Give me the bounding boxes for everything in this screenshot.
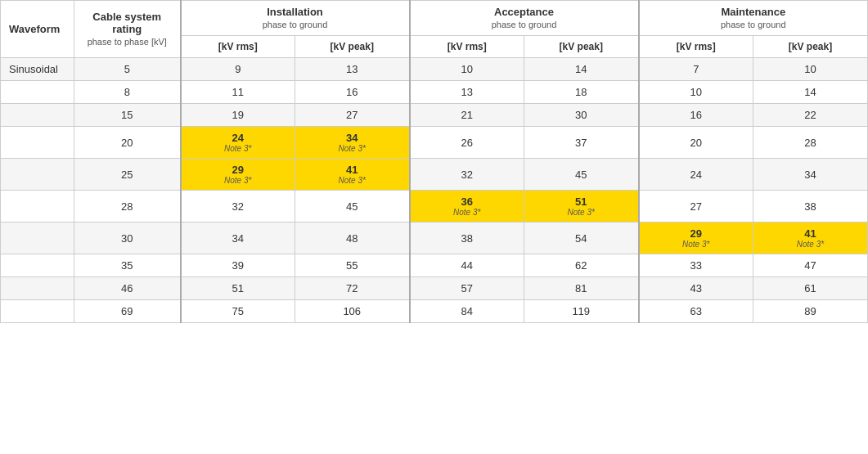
table-cell: 63 [639, 300, 753, 323]
table-cell: 89 [753, 300, 868, 323]
table-cell: 39 [181, 254, 295, 277]
table-cell: 34 [181, 223, 295, 254]
col-header-installation: Installation phase to ground [181, 1, 410, 36]
table-cell: 10 [410, 58, 524, 81]
waveform-cell [1, 104, 74, 127]
table-row: 8111613181014 [1, 81, 868, 104]
cable-rating-label: Cable system rating [92, 11, 161, 35]
installation-sub-label: phase to ground [263, 20, 328, 29]
table-cell: 13 [295, 58, 410, 81]
acceptance-label: Acceptance [494, 6, 554, 18]
table-cell: 32 [181, 191, 295, 223]
table-cell: 19 [181, 104, 295, 127]
maintenance-sub-label: phase to ground [721, 20, 786, 29]
table-row: 28324536Note 3*51Note 3*2738 [1, 191, 868, 223]
waveform-cell [1, 127, 74, 159]
table-row: 46517257814361 [1, 277, 868, 300]
cable-cell: 46 [74, 277, 181, 300]
waveform-cell [1, 223, 74, 254]
table-row: 2024Note 3*34Note 3*26372028 [1, 127, 868, 159]
table-cell: 30 [524, 104, 639, 127]
table-cell: 24Note 3* [181, 127, 295, 159]
table-cell: 106 [295, 300, 410, 323]
table-cell: 55 [295, 254, 410, 277]
maintenance-label: Maintenance [721, 6, 785, 18]
table-cell: 61 [753, 277, 868, 300]
table-cell: 62 [524, 254, 639, 277]
table-cell: 26 [410, 127, 524, 159]
table-cell: 119 [524, 300, 639, 323]
cable-cell: 69 [74, 300, 181, 323]
table-cell: 11 [181, 81, 295, 104]
table-cell: 29Note 3* [181, 159, 295, 191]
cable-rating-sub-label: phase to phase [kV] [88, 37, 167, 47]
acceptance-sub-label: phase to ground [492, 20, 557, 29]
table-cell: 38 [410, 223, 524, 254]
table-cell: 37 [524, 127, 639, 159]
inst-peak-header: [kV peak] [295, 36, 410, 58]
installation-label: Installation [267, 6, 323, 18]
col-header-cable: Cable system rating phase to phase [kV] [74, 1, 181, 58]
table-cell: 84 [410, 300, 524, 323]
waveform-cell [1, 300, 74, 323]
table-cell: 9 [181, 58, 295, 81]
maint-rms-header: [kV rms] [639, 36, 753, 58]
table-cell: 51 [181, 277, 295, 300]
table-cell: 41Note 3* [753, 223, 868, 254]
table-cell: 36Note 3* [410, 191, 524, 223]
table-cell: 43 [639, 277, 753, 300]
table-cell: 16 [295, 81, 410, 104]
table-cell: 72 [295, 277, 410, 300]
cable-cell: 25 [74, 159, 181, 191]
table-cell: 27 [295, 104, 410, 127]
table-cell: 28 [753, 127, 868, 159]
cable-cell: 15 [74, 104, 181, 127]
cable-cell: 30 [74, 223, 181, 254]
table-row: 2529Note 3*41Note 3*32452434 [1, 159, 868, 191]
acc-rms-header: [kV rms] [410, 36, 524, 58]
waveform-cell [1, 191, 74, 223]
table-cell: 21 [410, 104, 524, 127]
waveform-label: Waveform [9, 23, 60, 35]
acc-peak-header: [kV peak] [524, 36, 639, 58]
waveform-cell [1, 254, 74, 277]
col-header-maintenance: Maintenance phase to ground [639, 1, 868, 36]
table-cell: 32 [410, 159, 524, 191]
table-row: 35395544623347 [1, 254, 868, 277]
table-cell: 34 [753, 159, 868, 191]
table-cell: 41Note 3* [295, 159, 410, 191]
table-cell: 10 [753, 58, 868, 81]
cable-cell: 35 [74, 254, 181, 277]
table-cell: 44 [410, 254, 524, 277]
cable-cell: 8 [74, 81, 181, 104]
waveform-cell [1, 159, 74, 191]
table-cell: 27 [639, 191, 753, 223]
table-cell: 13 [410, 81, 524, 104]
table-row: 6975106841196389 [1, 300, 868, 323]
cable-cell: 20 [74, 127, 181, 159]
table-cell: 34Note 3* [295, 127, 410, 159]
table-row: 303448385429Note 3*41Note 3* [1, 223, 868, 254]
waveform-cell: Sinusoidal [1, 58, 74, 81]
table-row: 15192721301622 [1, 104, 868, 127]
table-cell: 18 [524, 81, 639, 104]
waveform-cell [1, 277, 74, 300]
table-cell: 38 [753, 191, 868, 223]
table-row: Sinusoidal59131014710 [1, 58, 868, 81]
table-cell: 54 [524, 223, 639, 254]
table-cell: 22 [753, 104, 868, 127]
main-table: Waveform Cable system rating phase to ph… [0, 0, 868, 323]
table-cell: 20 [639, 127, 753, 159]
table-cell: 48 [295, 223, 410, 254]
table-cell: 14 [753, 81, 868, 104]
cable-cell: 28 [74, 191, 181, 223]
table-cell: 10 [639, 81, 753, 104]
waveform-cell [1, 81, 74, 104]
table-cell: 24 [639, 159, 753, 191]
table-cell: 14 [524, 58, 639, 81]
col-header-waveform: Waveform [1, 1, 74, 58]
table-cell: 45 [524, 159, 639, 191]
table-cell: 45 [295, 191, 410, 223]
table-cell: 16 [639, 104, 753, 127]
table-cell: 33 [639, 254, 753, 277]
